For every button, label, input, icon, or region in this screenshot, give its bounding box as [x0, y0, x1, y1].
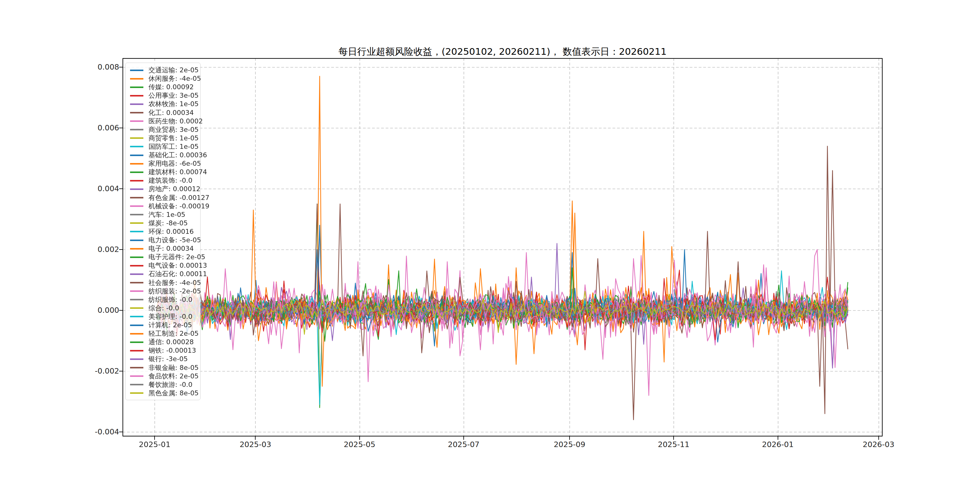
legend-item: 煤炭: -8e-05: [126, 219, 200, 228]
legend-item: 餐饮旅游: -0.0: [126, 380, 200, 389]
legend-item: 纺织服饰: -0.0: [126, 296, 200, 304]
legend-swatch: [130, 367, 143, 368]
x-tick-label: 2025-05: [329, 440, 390, 449]
y-tick-label: 0.002: [43, 245, 119, 254]
x-tick-label: 2025-11: [643, 440, 704, 449]
legend-item: 房地产: 0.00012: [126, 185, 200, 193]
legend-swatch: [130, 197, 143, 199]
legend-label: 家用电器: -6e-05: [148, 160, 201, 167]
legend-label: 环保: 0.00016: [148, 228, 194, 235]
legend-item: 建筑材料: 0.00074: [126, 168, 200, 177]
legend-swatch: [130, 265, 143, 266]
legend-swatch: [130, 205, 143, 207]
legend-item: 钢铁: -0.00013: [126, 346, 200, 355]
y-tick-mark: [119, 310, 123, 311]
y-tick-mark: [119, 188, 123, 189]
y-tick-label: -0.002: [43, 367, 119, 375]
legend-item: 商业贸易: 3e-05: [126, 126, 200, 134]
legend-label: 纺织服饰: -0.0: [148, 296, 192, 303]
legend-item: 通信: 0.00028: [126, 338, 200, 346]
legend-label: 综合: -0.0: [148, 305, 179, 312]
legend-item: 公用事业: 3e-05: [126, 91, 200, 100]
legend-item: 电力设备: -5e-05: [126, 236, 200, 244]
y-tick-label: -0.004: [43, 427, 119, 436]
legend-label: 电子: 0.00034: [148, 245, 194, 252]
x-tick-mark: [463, 436, 464, 440]
chart-title: 每日行业超额风险收益，(20250102, 20260211)， 数值表示日：2…: [123, 45, 883, 58]
y-tick-label: 0.000: [43, 306, 119, 315]
legend-item: 轻工制造: 2e-05: [126, 329, 200, 338]
legend-label: 非银金融: 8e-05: [148, 364, 199, 371]
legend-label: 纺织服装: -2e-05: [148, 288, 201, 294]
legend-swatch: [130, 163, 143, 165]
legend-swatch: [130, 240, 143, 241]
legend-label: 建筑装饰: -0.0: [148, 177, 192, 184]
legend-swatch: [130, 256, 143, 258]
legend-label: 传媒: 0.00092: [148, 84, 194, 91]
legend-item: 黑色金属: 8e-05: [126, 389, 200, 398]
x-tick-mark: [878, 436, 879, 440]
legend-label: 黑色金属: 8e-05: [148, 390, 199, 396]
legend-item: 基础化工: 0.00036: [126, 151, 200, 159]
legend-label: 汽车: 1e-05: [148, 212, 185, 218]
legend-item: 医药生物: 0.0002: [126, 117, 200, 126]
legend-swatch: [130, 274, 143, 275]
legend-item: 休闲服务: -4e-05: [126, 75, 200, 83]
legend-item: 美容护理: -0.0: [126, 312, 200, 321]
legend-item: 有色金属: -0.00127: [126, 194, 200, 202]
legend-label: 轻工制造: 2e-05: [148, 330, 199, 337]
legend-item: 计算机: 2e-05: [126, 321, 200, 329]
figure: 每日行业超额风险收益，(20250102, 20260211)， 数值表示日：2…: [0, 0, 980, 490]
legend-item: 家用电器: -6e-05: [126, 159, 200, 168]
legend-swatch: [130, 112, 143, 113]
legend-swatch: [130, 333, 143, 334]
legend-swatch: [130, 350, 143, 352]
legend-item: 食品饮料: 2e-05: [126, 372, 200, 380]
legend-label: 化工: 0.00034: [148, 110, 194, 116]
legend-swatch: [130, 248, 143, 250]
y-tick-mark: [119, 371, 123, 371]
y-tick-mark: [119, 249, 123, 250]
legend-item: 综合: -0.0: [126, 304, 200, 312]
y-tick-label: 0.004: [43, 184, 119, 193]
legend-label: 美容护理: -0.0: [148, 313, 192, 320]
x-tick-mark: [154, 436, 155, 440]
legend-item: 石油石化: 0.00011: [126, 270, 200, 278]
legend-item: 化工: 0.00034: [126, 108, 200, 117]
legend-item: 环保: 0.00016: [126, 228, 200, 236]
legend-label: 基础化工: 0.00036: [148, 152, 207, 159]
legend-swatch: [130, 384, 143, 385]
legend-swatch: [130, 137, 143, 139]
legend-label: 休闲服务: -4e-05: [148, 75, 201, 82]
legend-swatch: [130, 358, 143, 360]
legend-item: 纺织服装: -2e-05: [126, 287, 200, 296]
x-tick-label: 2025-09: [539, 440, 600, 449]
plot-area: [123, 58, 883, 436]
legend-label: 钢铁: -0.00013: [148, 347, 196, 354]
legend-label: 房地产: 0.00012: [148, 186, 200, 192]
legend-label: 交通运输: 2e-05: [148, 67, 199, 73]
legend-item: 传媒: 0.00092: [126, 83, 200, 91]
legend-label: 电子元器件: 2e-05: [148, 254, 205, 261]
x-tick-mark: [778, 436, 778, 440]
legend-label: 社会服务: -4e-05: [148, 280, 201, 286]
legend-swatch: [130, 86, 143, 88]
legend-label: 机械设备: -0.00019: [148, 203, 209, 210]
legend-label: 商业贸易: 3e-05: [148, 126, 199, 133]
legend-item: 非银金融: 8e-05: [126, 364, 200, 372]
legend-item: 社会服务: -4e-05: [126, 278, 200, 287]
legend-label: 食品饮料: 2e-05: [148, 373, 199, 380]
legend-item: 交通运输: 2e-05: [126, 66, 200, 75]
legend-item: 电子: 0.00034: [126, 244, 200, 253]
legend-swatch: [130, 316, 143, 317]
legend-item: 电气设备: 0.00013: [126, 261, 200, 270]
legend-swatch: [130, 392, 143, 394]
legend-label: 电气设备: 0.00013: [148, 262, 207, 269]
legend-swatch: [130, 172, 143, 173]
x-tick-mark: [360, 436, 360, 440]
legend-label: 商贸零售: 1e-05: [148, 135, 199, 142]
legend-label: 有色金属: -0.00127: [148, 194, 209, 201]
legend: 交通运输: 2e-05休闲服务: -4e-05传媒: 0.00092公用事业: …: [125, 63, 200, 400]
legend-swatch: [130, 290, 143, 292]
legend-swatch: [130, 282, 143, 283]
